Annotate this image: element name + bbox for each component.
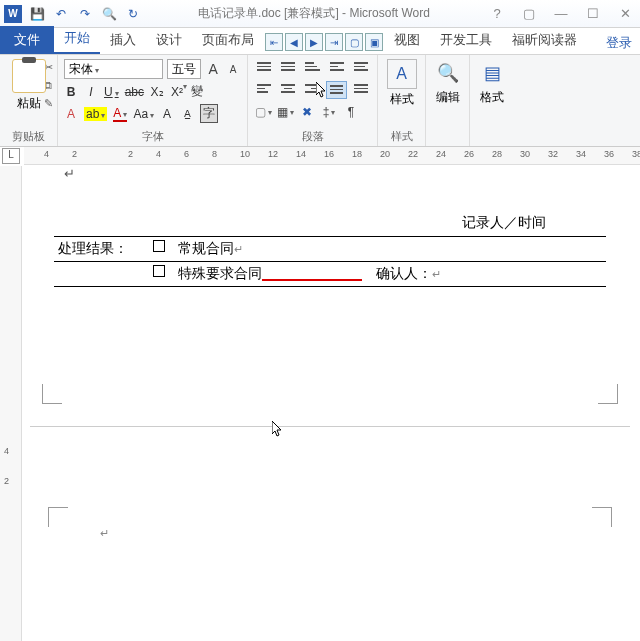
ruler-mark: 38 [632,149,640,159]
change-case-icon[interactable]: Aa [133,107,154,121]
paste-icon[interactable] [12,59,46,93]
ruler-mark: 2 [72,149,77,159]
italic-button[interactable]: I [84,85,98,99]
font-size-select[interactable]: 五号 [167,59,201,79]
numbering-icon[interactable] [278,59,298,77]
bullets-icon[interactable] [254,59,274,77]
enclose-char-icon[interactable]: 字 [200,104,218,123]
ruler-mark: 8 [212,149,217,159]
tab-selector[interactable]: L [2,148,20,164]
word-app-icon: W [4,5,22,23]
quick-access-toolbar: W 💾 ↶ ↷ 🔍 ↻ [4,5,142,23]
result-table: 处理结果： 常规合同↵ 特殊要求合同 确认人：↵ [54,236,606,287]
page-corner-icon [598,384,618,404]
nav-box2-icon[interactable]: ▣ [365,33,383,51]
copy-icon[interactable]: ⧉ [44,79,58,93]
group-paragraph: ▢ ▦ ✖ ‡ ¶ 段落 [248,55,378,146]
redo-icon[interactable]: ↷ [76,5,94,23]
ruler-mark: 18 [352,149,362,159]
paragraph-group-label: 段落 [254,127,371,144]
bold-button[interactable]: B [64,85,78,99]
refresh-icon[interactable]: ↻ [124,5,142,23]
nav-extra-buttons: ⇤ ◀ ▶ ⇥ ▢ ▣ [265,33,383,51]
sort-icon[interactable]: ✖ [298,103,316,121]
align-justify-icon[interactable] [326,81,346,99]
nav-next-icon[interactable]: ▶ [305,33,323,51]
tab-view[interactable]: 视图 [384,26,430,54]
ruler-mark: 28 [492,149,502,159]
grow-font-icon[interactable]: A [205,60,221,78]
subscript-button[interactable]: X₂ [150,85,164,99]
strikethrough-button[interactable]: abc [125,85,144,99]
close-button[interactable]: ✕ [614,6,636,21]
decrease-indent-icon[interactable] [327,59,347,77]
tab-file[interactable]: 文件 [0,26,54,54]
multilevel-list-icon[interactable] [302,59,322,77]
ruler-mark: 2 [128,149,133,159]
styles-label[interactable]: 样式 [390,91,414,108]
paste-label[interactable]: 粘贴 [17,95,41,112]
tab-design[interactable]: 设计 [146,26,192,54]
align-left-icon[interactable] [254,81,274,99]
help-icon[interactable]: ? [486,6,508,21]
checkbox-cell [144,237,174,262]
text-effects-icon[interactable]: A [64,107,78,121]
phonetic-guide-icon[interactable]: 變 [190,83,204,100]
format-label[interactable]: 格式 [480,89,504,106]
highlight-color-icon[interactable]: ab [84,107,107,121]
increase-indent-icon[interactable] [351,59,371,77]
nav-prev-icon[interactable]: ◀ [285,33,303,51]
result-label-cell: 处理结果： [54,237,144,262]
format-painter-icon[interactable]: ✎ [44,97,58,111]
distributed-icon[interactable] [351,81,371,99]
checkbox-icon[interactable] [153,240,165,252]
special-contract-cell: 特殊要求合同 确认人：↵ [174,262,606,287]
vertical-ruler[interactable]: 4 2 [0,166,22,641]
tab-home[interactable]: 开始 [54,24,100,54]
print-preview-icon[interactable]: 🔍 [100,5,118,23]
nav-box1-icon[interactable]: ▢ [345,33,363,51]
tab-page-layout[interactable]: 页面布局 [192,26,264,54]
undo-icon[interactable]: ↶ [52,5,70,23]
align-center-icon[interactable] [278,81,298,99]
tab-insert[interactable]: 插入 [100,26,146,54]
horizontal-ruler[interactable]: 422468101214161820222426283032343638 [24,147,640,165]
font-color-icon[interactable]: A [113,106,127,122]
shrink-font-icon[interactable]: A [225,60,241,78]
maximize-button[interactable]: ☐ [582,6,604,21]
sign-in-link[interactable]: 登录 [606,34,632,52]
char-shading-icon[interactable]: A̲ [180,108,194,119]
page-1: ↵ 记录人／时间 处理结果： 常规合同↵ 特殊要求合同 确认人：↵ [30,166,630,287]
save-icon[interactable]: 💾 [28,5,46,23]
cut-icon[interactable]: ✂ [44,61,58,75]
paragraph-mark: ↵ [64,166,606,182]
underline-button[interactable]: U [104,85,119,99]
borders-icon[interactable]: ▦ [276,103,294,121]
group-font: 宋体 五号 A A B I U abc X₂ X² 變 A ab A Aa A … [58,55,248,146]
styles-gallery-icon[interactable]: A [387,59,417,89]
nav-last-icon[interactable]: ⇥ [325,33,343,51]
page-corner-icon [42,384,62,404]
font-group-label: 字体 [64,127,241,144]
document-title: 电话记录单.doc [兼容模式] - Microsoft Word [142,5,486,22]
shading-icon[interactable]: ▢ [254,103,272,121]
group-clipboard: ✂ ⧉ ✎ 粘贴 剪贴板 [0,55,58,146]
font-name-select[interactable]: 宋体 [64,59,163,79]
nav-first-icon[interactable]: ⇤ [265,33,283,51]
ruler-mark: 24 [436,149,446,159]
find-icon[interactable]: 🔍 [434,59,462,87]
group-styles: A 样式 样式 [378,55,426,146]
char-border-icon[interactable]: A [160,107,174,121]
show-marks-icon[interactable]: ¶ [342,103,360,121]
line-spacing-icon[interactable]: ‡ [320,103,338,121]
editing-label[interactable]: 编辑 [436,89,460,106]
format-icon[interactable]: ▤ [478,59,506,87]
table-row: 特殊要求合同 确认人：↵ [54,262,606,287]
tab-developer[interactable]: 开发工具 [430,26,502,54]
ribbon-options-icon[interactable]: ▢ [518,6,540,21]
minimize-button[interactable]: — [550,6,572,21]
checkbox-icon[interactable] [153,265,165,277]
document-area[interactable]: ↵ 记录人／时间 处理结果： 常规合同↵ 特殊要求合同 确认人：↵ [24,166,636,641]
superscript-button[interactable]: X² [170,85,184,99]
tab-foxit[interactable]: 福昕阅读器 [502,26,587,54]
